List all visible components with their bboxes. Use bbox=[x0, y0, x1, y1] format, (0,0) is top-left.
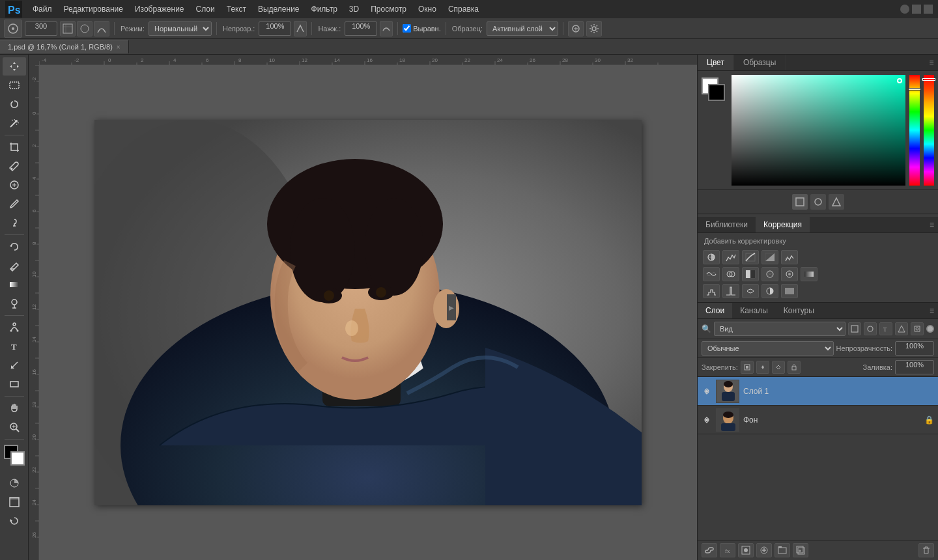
layer-item-1[interactable]: Слой 1 bbox=[698, 377, 938, 406]
invert-btn[interactable] bbox=[761, 284, 778, 298]
tab-correction[interactable]: Коррекция bbox=[756, 217, 810, 232]
panel-icon-1[interactable] bbox=[792, 194, 808, 210]
flow-input[interactable]: 100% bbox=[345, 21, 377, 36]
black-white-btn[interactable] bbox=[742, 267, 759, 281]
new-group-btn[interactable] bbox=[775, 543, 790, 557]
align-checkbox[interactable]: Выравн. bbox=[403, 24, 440, 33]
expand-right-arrow[interactable]: ▶ bbox=[447, 294, 456, 320]
posterize-btn[interactable] bbox=[703, 284, 720, 298]
threshold-btn[interactable] bbox=[722, 284, 739, 298]
filter-text-btn[interactable]: T bbox=[879, 322, 892, 335]
opacity-input[interactable]: 100% bbox=[259, 21, 291, 36]
menu-help[interactable]: Справка bbox=[443, 2, 484, 16]
filter-pixel-btn[interactable] bbox=[848, 322, 861, 335]
flow-icon[interactable] bbox=[380, 21, 393, 36]
lock-artboard-btn[interactable] bbox=[772, 361, 785, 374]
channel-mixer-btn[interactable] bbox=[781, 267, 798, 281]
layer-item-bg[interactable]: Фон 🔒 bbox=[698, 406, 938, 434]
opacity-value[interactable]: 100% bbox=[895, 341, 934, 356]
link-layers-btn[interactable] bbox=[702, 543, 717, 557]
file-tab-close[interactable]: × bbox=[117, 44, 121, 51]
brush-tool-icon[interactable] bbox=[4, 20, 22, 38]
tab-channels[interactable]: Каналы bbox=[732, 303, 776, 318]
new-adjustment-btn[interactable] bbox=[756, 543, 772, 557]
color-panel-menu[interactable]: ≡ bbox=[925, 55, 938, 70]
pen-tool[interactable] bbox=[3, 318, 26, 337]
brush-pressure-btn[interactable] bbox=[94, 21, 109, 36]
brightness-contrast-btn[interactable] bbox=[703, 250, 720, 264]
opacity-pressure-btn[interactable] bbox=[294, 21, 307, 36]
lock-all-btn[interactable] bbox=[788, 361, 801, 374]
filter-smart-btn[interactable] bbox=[911, 322, 924, 335]
eyedropper-tool[interactable] bbox=[3, 157, 26, 175]
menu-3d[interactable]: 3D bbox=[344, 2, 364, 16]
menu-image[interactable]: Изображение bbox=[130, 2, 190, 16]
shape-tool[interactable] bbox=[3, 375, 26, 393]
brush-preset-btn[interactable] bbox=[60, 21, 76, 36]
window-maximize[interactable] bbox=[912, 5, 921, 14]
brush-tool[interactable] bbox=[3, 195, 26, 213]
tab-paths[interactable]: Контуры bbox=[776, 303, 822, 318]
healing-brush-tool[interactable] bbox=[3, 176, 26, 194]
zoom-tool[interactable] bbox=[3, 418, 26, 436]
background-color[interactable] bbox=[10, 451, 25, 466]
lock-pixel-btn[interactable] bbox=[741, 361, 754, 374]
filter-adj-btn[interactable] bbox=[864, 322, 877, 335]
menu-window[interactable]: Окно bbox=[413, 2, 442, 16]
clone-stamp-tool[interactable] bbox=[3, 214, 26, 232]
curves-btn[interactable] bbox=[742, 250, 759, 264]
gradient-tool[interactable] bbox=[3, 275, 26, 294]
window-minimize[interactable] bbox=[900, 5, 909, 14]
filter-kind-select[interactable]: Вид bbox=[714, 322, 846, 336]
photo-filter-btn[interactable] bbox=[761, 267, 778, 281]
brush-size-input[interactable]: 300 bbox=[25, 21, 57, 36]
menu-filter[interactable]: Фильтр bbox=[306, 2, 343, 16]
path-selection-tool[interactable] bbox=[3, 356, 26, 374]
canvas-area[interactable]: -4 -2 0 2 4 6 8 10 12 14 16 18 20 22 24 … bbox=[29, 55, 697, 560]
align-check-input[interactable] bbox=[403, 24, 411, 33]
lasso-tool[interactable] bbox=[3, 95, 26, 113]
layer-bg-visibility[interactable] bbox=[702, 415, 712, 425]
extra-btn[interactable] bbox=[568, 21, 584, 36]
lock-position-btn[interactable] bbox=[756, 361, 769, 374]
menu-layers[interactable]: Слои bbox=[191, 2, 220, 16]
tab-color[interactable]: Цвет bbox=[698, 55, 734, 70]
hand-tool[interactable] bbox=[3, 399, 26, 417]
quick-mask-btn[interactable] bbox=[3, 474, 26, 492]
filter-toggle-dot[interactable] bbox=[926, 325, 934, 333]
sample-select[interactable]: Активный слой bbox=[487, 21, 558, 36]
correction-menu-btn[interactable]: ≡ bbox=[926, 217, 938, 232]
levels-btn[interactable] bbox=[722, 250, 739, 264]
brush-shape-btn[interactable] bbox=[77, 21, 92, 36]
marquee-tool[interactable] bbox=[3, 76, 26, 94]
layer-mask-btn[interactable] bbox=[738, 543, 754, 557]
fill-value[interactable]: 100% bbox=[895, 360, 934, 374]
blend-mode-select[interactable]: Обычные bbox=[702, 341, 834, 356]
rotate-view-btn[interactable] bbox=[3, 512, 26, 530]
window-close[interactable] bbox=[924, 5, 933, 14]
gradient-map-btn[interactable] bbox=[801, 267, 817, 281]
tab-swatches[interactable]: Образцы bbox=[734, 55, 786, 70]
dodge-tool[interactable] bbox=[3, 294, 26, 313]
magic-wand-tool[interactable] bbox=[3, 114, 26, 132]
delete-layer-btn[interactable] bbox=[918, 543, 934, 557]
layer-effects-btn[interactable]: fx bbox=[720, 543, 735, 557]
menu-file[interactable]: Файл bbox=[27, 2, 57, 16]
move-tool[interactable] bbox=[3, 57, 26, 76]
hue-saturation-btn[interactable] bbox=[703, 267, 720, 281]
color-swatch-area[interactable] bbox=[4, 445, 25, 466]
vibrance-btn[interactable] bbox=[781, 250, 798, 264]
color-gradient[interactable] bbox=[732, 75, 905, 186]
panel-icon-3[interactable] bbox=[829, 194, 844, 210]
new-layer-btn[interactable] bbox=[793, 543, 808, 557]
screen-mode-btn[interactable] bbox=[3, 493, 26, 511]
mode-select[interactable]: Нормальный bbox=[149, 21, 212, 36]
settings-btn[interactable] bbox=[586, 21, 602, 36]
hue-bar[interactable] bbox=[909, 75, 920, 186]
tab-libraries[interactable]: Библиотеки bbox=[698, 217, 756, 232]
menu-select[interactable]: Выделение bbox=[253, 2, 305, 16]
bg-swatch[interactable] bbox=[708, 84, 725, 101]
color-strip-extra[interactable] bbox=[924, 75, 934, 186]
type-tool[interactable]: T bbox=[3, 337, 26, 356]
solid-color-btn[interactable] bbox=[781, 284, 798, 298]
